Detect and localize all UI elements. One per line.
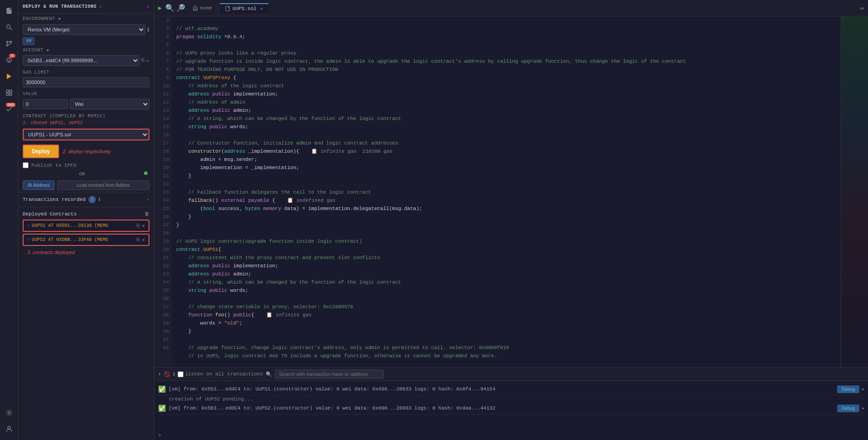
terminal-toolbar: ⬇ 🚫 ℹ listen on all transactions 🔍 [154,368,868,381]
chevron-down-icon-2[interactable]: ▾ [861,405,864,412]
account-row: 0x5B3...eddC4 (99.99999999... ⎘ ✏ [18,54,154,67]
listen-checkbox[interactable] [178,371,184,377]
minimap-canvas [841,16,868,367]
check-icon: ✓ [99,4,103,10]
tab-close-icon[interactable]: ✕ [260,6,263,11]
debug-button-1[interactable]: Debug [837,385,859,393]
trash-icon[interactable]: 🗑 [144,211,149,217]
terminal-info-icon[interactable]: ℹ [173,371,175,377]
svg-rect-11 [10,90,12,92]
vm-badge: VM [23,37,35,45]
terminal-line-1: ✅ [vm] from: 0x5b3...eddC4 to: UUPS1.(co… [158,384,864,395]
zoom-out-icon[interactable]: 🔎 [176,4,185,13]
sidebar-item-debug[interactable]: 3 [2,53,16,67]
panel-title: DEPLOY & RUN TRANSACTIONS [23,4,97,9]
contract-1-copy-icon[interactable]: ⎘ [137,223,140,229]
terminal-collapse-icon[interactable]: ⬇ [158,371,161,377]
deploy-panel: DEPLOY & RUN TRANSACTIONS ✓ › ENVIRONMEN… [18,0,154,440]
edit-account-icon[interactable]: ✏ [146,57,149,64]
copy-account-icon[interactable]: ⎘ [141,57,144,64]
svg-point-15 [8,426,10,429]
publish-checkbox[interactable] [23,162,29,168]
transactions-expand-icon[interactable]: › [146,197,149,202]
sidebar-item-check[interactable]: 203 [2,102,16,116]
terminal-text-1: [vm] from: 0x5b3...eddC4 to: UUPS1.(cons… [169,385,834,393]
deployed-annotation: 3. contracts deployed [23,248,149,257]
terminal-clear-icon[interactable]: 🚫 [164,371,170,377]
chevron-down-icon-1[interactable]: ▾ [861,386,864,393]
svg-rect-12 [6,93,9,95]
panel-collapse-icon[interactable]: › [146,4,149,10]
transactions-info-icon[interactable]: ℹ [99,197,100,202]
value-unit-select[interactable]: Wei [70,99,149,110]
main-area: ▶ 🔍 🔎 Home UUPS.sol ✕ ⇔ 234567 891011121… [154,0,868,440]
sidebar-item-extensions[interactable] [2,85,16,100]
address-row: At Address Load contract from Addres [18,179,154,192]
terminal-content: ✅ [vm] from: 0x5b3...eddC4 to: UUPS1.(co… [154,381,868,431]
svg-marker-17 [46,50,49,51]
debug-badge: 3 [9,54,15,58]
success-icon-2: ✅ [158,405,166,412]
tab-file-label: UUPS.sol [233,6,257,11]
panel-header: DEPLOY & RUN TRANSACTIONS ✓ › [18,0,154,14]
tab-file[interactable]: UUPS.sol ✕ [220,3,268,13]
creation-pending-line: creation of UUPS2 pending... [158,395,864,403]
contract-select[interactable]: UUPS1 - UUPS.sol [23,129,149,140]
terminal-search-icon[interactable]: 🔍 [266,371,272,377]
transactions-row[interactable]: Transactions recorded 2 ℹ › [18,192,154,207]
run-icon[interactable]: ▶ [158,4,162,12]
settings-icon[interactable] [2,405,16,420]
svg-marker-9 [7,74,11,79]
svg-rect-10 [6,90,9,92]
at-address-button[interactable]: At Address [23,180,55,190]
load-contract-button[interactable]: Load contract from Addres [57,180,149,190]
terminal-input-row: > [154,431,868,440]
svg-point-14 [8,412,10,414]
terminal-search-input[interactable] [275,370,384,379]
sidebar-item-files[interactable] [2,4,16,18]
contract-2-expand-icon[interactable]: › [27,237,30,242]
transactions-badge: 2 [89,196,96,203]
terminal-text-2: [vm] from: 0x5B3...eddC4 to: UUPS2.(cons… [169,405,834,412]
info-icon[interactable]: ℹ [147,26,149,33]
debug-button-2[interactable]: Debug [837,405,859,412]
contract-item-2: › UUPS2 AT 0XDBB...33FA8 (MEMO ⎘ ✕ [23,234,149,246]
deployed-header: Deployed Contracts 🗑 [23,211,149,217]
sidebar-item-git[interactable] [2,36,16,51]
check-badge: 203 [6,103,15,107]
terminal-area: ⬇ 🚫 ℹ listen on all transactions 🔍 ✅ [vm… [154,367,868,440]
svg-rect-18 [226,6,229,11]
deploy-button[interactable]: Deploy [23,145,59,158]
environment-select[interactable]: Remix VM (Merge) [23,24,145,35]
contract-1-expand-icon[interactable]: › [27,223,30,228]
svg-line-2 [10,28,12,30]
contract-2-copy-icon[interactable]: ⎘ [137,237,140,243]
sidebar-item-search[interactable] [2,20,16,35]
value-label: VALUE [18,89,154,97]
environment-label: ENVIRONMENT [18,14,154,22]
listen-checkbox-label: listen on all transactions [178,371,263,377]
account-icon[interactable] [2,422,16,436]
contract-1-header[interactable]: › UUPS1 AT 0XD91...39138 (MEMO ⎘ ✕ [24,220,149,231]
tab-home[interactable]: Home [187,4,218,13]
svg-rect-13 [10,93,12,95]
contract-2-close-icon[interactable]: ✕ [142,237,145,243]
value-input[interactable]: 0 [23,99,68,109]
tab-home-label: Home [200,5,212,11]
gas-limit-input[interactable]: 3000000 [23,77,149,87]
value-row: 0 Wei [18,97,154,111]
zoom-in-icon[interactable]: 🔍 [165,4,174,13]
contract-1-close-icon[interactable]: ✕ [142,223,145,229]
success-icon-1: ✅ [158,386,166,393]
svg-point-3 [6,41,8,43]
contract-item-1: › UUPS1 AT 0XD91...39138 (MEMO ⎘ ✕ [23,220,149,232]
sidebar-item-deploy[interactable] [2,69,16,84]
expand-editor-icon[interactable]: ⇔ [860,4,864,13]
account-select[interactable]: 0x5B3...eddC4 (99.99999999... [23,55,139,66]
code-editor[interactable]: 234567 8910111213 141516171819 202122232… [154,16,841,367]
contract-2-header[interactable]: › UUPS2 AT 0XDBB...33FA8 (MEMO ⎘ ✕ [24,235,149,245]
contract-2-name: UUPS2 AT 0XDBB...33FA8 (MEMO [32,237,135,242]
deploy-annotation: 2. deploy respectively [63,149,111,154]
debug-row-2: Debug ▾ [837,405,864,412]
deployed-contracts-section: Deployed Contracts 🗑 › UUPS1 AT 0XD91...… [18,207,154,260]
